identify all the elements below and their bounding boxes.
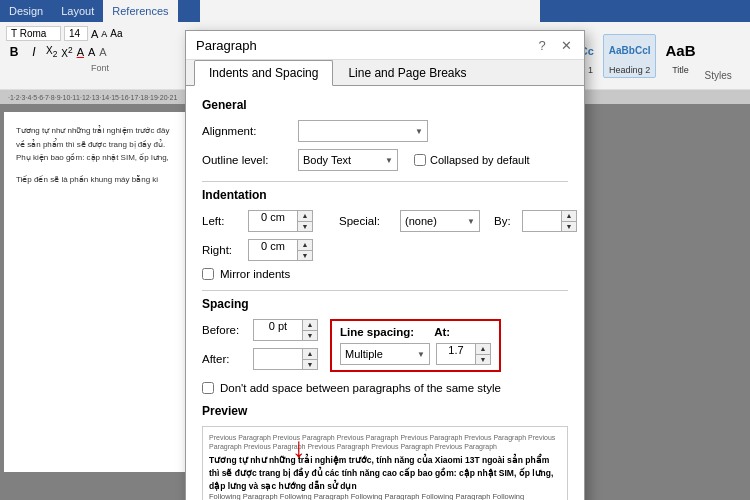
tab-design[interactable]: Design: [0, 0, 52, 22]
doc-para1: Tương tự như những trải nghiệm trước đây…: [16, 124, 177, 165]
line-spacing-controls: Multiple ▼ 1.7 ▲ ▼: [340, 343, 491, 365]
subscript-icon[interactable]: X2: [46, 45, 57, 59]
font-grow-icon[interactable]: A: [91, 28, 98, 40]
right-label: Right:: [202, 244, 242, 256]
before-decrement[interactable]: ▼: [303, 331, 317, 341]
font-color-icon[interactable]: A: [77, 46, 84, 58]
by-spinbox-buttons: ▲ ▼: [561, 211, 576, 231]
mirror-row: Mirror indents: [202, 268, 568, 280]
special-group: Special: (none) ▼ By: ▲ ▼: [339, 210, 577, 268]
left-spinbox[interactable]: 0 cm ▲ ▼: [248, 210, 313, 232]
style-card-heading2[interactable]: AaBbCcI Heading 2: [603, 34, 657, 78]
tab-layout[interactable]: Layout: [52, 0, 103, 22]
highlight-icon[interactable]: A: [88, 46, 95, 58]
style-card-title[interactable]: AaB Title: [660, 35, 700, 77]
before-increment[interactable]: ▲: [303, 320, 317, 331]
at-decrement[interactable]: ▼: [476, 355, 490, 365]
at-value: 1.7: [437, 344, 475, 364]
dialog-titlebar: Paragraph ? ✕: [186, 31, 584, 60]
preview-previous-text: Previous Paragraph Previous Paragraph Pr…: [209, 433, 561, 451]
preview-following-text: Following Paragraph Following Paragraph …: [209, 492, 561, 500]
before-spinbox-buttons: ▲ ▼: [302, 320, 317, 340]
mirror-label: Mirror indents: [220, 268, 290, 280]
line-spacing-label: Line spacing:: [340, 326, 414, 338]
outline-level-value: Body Text: [303, 154, 351, 166]
right-decrement[interactable]: ▼: [298, 251, 312, 261]
dont-add-space-checkbox[interactable]: [202, 382, 214, 394]
spacing-section: Spacing Before: 0 pt ▲ ▼: [202, 297, 568, 394]
at-increment[interactable]: ▲: [476, 344, 490, 355]
indentation-section: Indentation Left: 0 cm ▲ ▼: [202, 188, 568, 280]
font-shrink-icon[interactable]: A: [101, 29, 107, 39]
after-decrement[interactable]: ▼: [303, 360, 317, 370]
tab-indents-spacing[interactable]: Indents and Spacing: [194, 60, 333, 86]
outline-arrow: ▼: [385, 156, 393, 165]
italic-icon[interactable]: I: [26, 45, 42, 59]
special-row: Special: (none) ▼ By: ▲ ▼: [339, 210, 577, 232]
line-spacing-highlighted-box: Line spacing: At: Multiple ▼ 1.7 ▲ ▼: [330, 319, 501, 372]
tab-references[interactable]: References: [103, 0, 177, 22]
paragraph-dialog: Paragraph ? ✕ Indents and Spacing Line a…: [185, 30, 585, 500]
heading2-label: Heading 2: [609, 65, 650, 75]
at-spinbox[interactable]: 1.7 ▲ ▼: [436, 343, 491, 365]
alignment-select[interactable]: ▼: [298, 120, 428, 142]
after-spinbox[interactable]: ▲ ▼: [253, 348, 318, 370]
before-value: 0 pt: [254, 320, 302, 340]
left-increment[interactable]: ▲: [298, 211, 312, 222]
dialog-tab-bar: Indents and Spacing Line and Page Breaks: [186, 60, 584, 86]
tab-line-page-breaks[interactable]: Line and Page Breaks: [333, 60, 481, 86]
preview-section-container: Preview Previous Paragraph Previous Para…: [202, 404, 568, 500]
alignment-row: Alignment: ▼: [202, 120, 568, 142]
after-label: After:: [202, 353, 247, 365]
bold-icon[interactable]: B: [6, 45, 22, 59]
outline-level-select[interactable]: Body Text ▼: [298, 149, 398, 171]
heading2-preview: AaBbCcI: [609, 37, 651, 65]
by-spinbox[interactable]: ▲ ▼: [522, 210, 577, 232]
line-spacing-labels: Line spacing: At:: [340, 326, 491, 338]
right-increment[interactable]: ▲: [298, 240, 312, 251]
right-value: 0 cm: [249, 240, 297, 260]
by-decrement[interactable]: ▼: [562, 222, 576, 232]
right-spinbox[interactable]: 0 cm ▲ ▼: [248, 239, 313, 261]
spacing-label: Spacing: [202, 297, 568, 311]
close-button[interactable]: ✕: [558, 37, 574, 53]
ribbon-tabs-bar: Design Layout References: [0, 0, 200, 22]
dont-add-space-label: Don't add space between paragraphs of th…: [220, 382, 501, 394]
text-effects-icon[interactable]: A: [99, 46, 106, 58]
collapsed-label-container: Collapsed by default: [414, 154, 530, 166]
mirror-checkbox[interactable]: [202, 268, 214, 280]
font-toolbar: T Roma 14 A A Aa B I X2 X2 A A A Font: [0, 22, 200, 90]
general-section: General Alignment: ▼ Outline level: Body…: [202, 98, 568, 171]
dialog-title: Paragraph: [196, 38, 257, 53]
font-name-input[interactable]: T Roma: [6, 26, 61, 41]
outline-level-label: Outline level:: [202, 154, 292, 166]
special-label: Special:: [339, 215, 394, 227]
left-spinbox-buttons: ▲ ▼: [297, 211, 312, 231]
superscript-icon[interactable]: X2: [61, 45, 72, 59]
preview-box: Previous Paragraph Previous Paragraph Pr…: [202, 426, 568, 500]
line-spacing-arrow: ▼: [417, 350, 425, 359]
indentation-controls: Left: 0 cm ▲ ▼ Right: 0 cm: [202, 210, 568, 268]
help-button[interactable]: ?: [534, 37, 550, 53]
by-value: [523, 211, 561, 231]
right-row: Right: 0 cm ▲ ▼: [202, 239, 313, 261]
preview-sample-text: Tương tự như những trải nghiệm trước, tí…: [209, 454, 561, 492]
after-row: After: ▲ ▼: [202, 348, 318, 370]
right-spinbox-buttons: ▲ ▼: [297, 240, 312, 260]
by-increment[interactable]: ▲: [562, 211, 576, 222]
ruler-marks: ·1·2·3·4·5·6·7·8·9·10·11·12·13·14·15·16·…: [8, 94, 177, 101]
line-spacing-select[interactable]: Multiple ▼: [340, 343, 430, 365]
title-label: Title: [672, 65, 689, 75]
collapsed-checkbox[interactable]: [414, 154, 426, 166]
before-spinbox[interactable]: 0 pt ▲ ▼: [253, 319, 318, 341]
special-value: (none): [405, 215, 437, 227]
after-increment[interactable]: ▲: [303, 349, 317, 360]
left-decrement[interactable]: ▼: [298, 222, 312, 232]
special-select[interactable]: (none) ▼: [400, 210, 480, 232]
preview-label: Preview: [202, 404, 568, 418]
change-case-icon[interactable]: Aa: [110, 28, 122, 39]
spacing-layout: Before: 0 pt ▲ ▼ After:: [202, 319, 568, 377]
font-size-input[interactable]: 14: [64, 26, 88, 41]
before-after-group: Before: 0 pt ▲ ▼ After:: [202, 319, 318, 377]
font-section-label: Font: [6, 63, 194, 73]
